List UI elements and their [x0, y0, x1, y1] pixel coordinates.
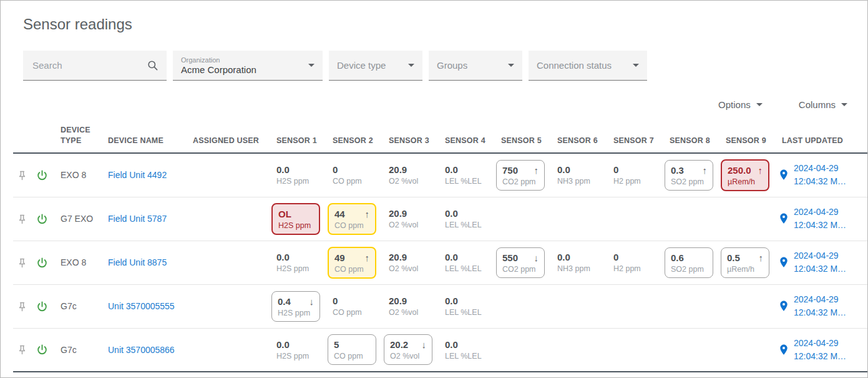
table-header: DEVICE TYPE DEVICE NAME ASSIGNED USER SE…	[13, 125, 867, 154]
device-type: EXO 8	[53, 257, 100, 267]
sensor-cell: 0.6SO2 ppm	[662, 247, 718, 278]
header-sensor-4: SENSOR 4	[437, 136, 494, 146]
last-updated-text: 2024-04-2912:04:32 M…	[794, 337, 846, 363]
sensor-unit: CO ppm	[334, 265, 369, 274]
sensor-unit: H2S ppm	[276, 264, 325, 273]
sensor-value: 0.5	[727, 252, 740, 263]
sensor-cell: 0.0LEL %LEL	[437, 252, 494, 273]
sensor-value: 0.0	[445, 296, 458, 306]
device-name-cell: Field Unit 8875	[100, 257, 185, 268]
connection-status-filter[interactable]: Connection status	[529, 51, 647, 81]
sensor-reading: 0.0LEL %LEL	[437, 296, 494, 317]
power-status-icon	[31, 257, 53, 269]
trend-down-icon: ↓	[310, 296, 315, 307]
search-icon	[147, 59, 158, 71]
location-pin-icon[interactable]	[778, 344, 789, 356]
device-name-link[interactable]: Field Unit 8875	[108, 257, 167, 267]
pin-icon[interactable]	[13, 214, 31, 224]
pin-icon[interactable]	[13, 170, 31, 181]
location-pin-icon[interactable]	[778, 256, 789, 269]
sensor-unit: NH3 ppm	[557, 177, 606, 186]
sensor-cell: 20.9O2 %vol	[381, 164, 437, 186]
sensor-reading: 0.5↑µRem/h	[721, 247, 769, 278]
location-pin-icon[interactable]	[778, 212, 789, 225]
sensor-unit: H2S ppm	[278, 221, 313, 230]
sensor-unit: NH3 ppm	[557, 264, 606, 273]
columns-button[interactable]: Columns	[799, 99, 847, 110]
page-title: Sensor readings	[23, 16, 867, 33]
location-pin-icon[interactable]	[778, 300, 789, 312]
sensor-cell: 20.9O2 %vol	[381, 296, 437, 317]
sensor-reading: 20.2↓O2 %vol	[384, 334, 432, 365]
header-sensor-2: SENSOR 2	[325, 136, 381, 146]
sensor-cell: 0.0LEL %LEL	[437, 296, 494, 317]
sensor-cell: OLH2S ppm	[269, 203, 325, 235]
trend-up-icon: ↑	[703, 165, 708, 176]
sensor-value: 20.9	[389, 252, 407, 262]
sensor-value: 0	[333, 164, 338, 175]
chevron-down-icon	[756, 103, 763, 106]
device-name-link[interactable]: Field Unit 5787	[108, 214, 167, 224]
sensor-unit: O2 %vol	[389, 264, 437, 273]
trend-up-icon: ↑	[759, 252, 764, 263]
power-status-icon	[31, 344, 53, 356]
chevron-down-icon	[408, 64, 414, 67]
device-type-filter[interactable]: Device type	[329, 51, 422, 81]
sensor-unit: CO2 ppm	[502, 177, 539, 186]
sensor-cell: 5CO ppm	[325, 334, 381, 365]
table-row: G7 EXOField Unit 5787OLH2S ppm44↑CO ppm2…	[13, 197, 867, 241]
sensor-unit: H2S ppm	[278, 309, 314, 317]
device-name-link[interactable]: Unit 3570005866	[108, 345, 175, 355]
sensor-unit: SO2 ppm	[671, 265, 707, 274]
sensor-reading: 0.0NH3 ppm	[550, 164, 606, 186]
trend-up-icon: ↑	[758, 165, 763, 176]
organization-filter[interactable]: Organization Acme Corporation	[173, 51, 323, 81]
sensor-reading: 20.9O2 %vol	[381, 208, 437, 229]
power-status-icon	[31, 169, 53, 181]
table-row: EXO 8Field Unit 44920.0H2S ppm0CO ppm20.…	[13, 154, 867, 197]
pin-icon[interactable]	[13, 301, 31, 312]
sensor-value: 20.9	[389, 208, 407, 219]
sensor-reading: 550↓CO2 ppm	[496, 247, 545, 278]
sensor-value: 0.0	[445, 208, 458, 219]
sensor-reading: 0H2 ppm	[606, 252, 662, 273]
device-type-filter-label: Device type	[337, 60, 386, 71]
device-name-link[interactable]: Field Unit 4492	[108, 170, 167, 180]
sensor-value: 0.0	[557, 252, 570, 262]
last-updated-cell: 2024-04-2912:04:32 M…	[774, 206, 867, 232]
sensor-unit: H2 ppm	[613, 177, 662, 186]
table-row: G7cUnit 35700058660.0H2S ppm5CO ppm20.2↓…	[13, 329, 867, 372]
sensor-table: DEVICE TYPE DEVICE NAME ASSIGNED USER SE…	[13, 125, 867, 372]
sensor-unit: CO ppm	[333, 308, 381, 317]
sensor-reading: 0.0LEL %LEL	[437, 208, 494, 229]
device-type: G7c	[53, 301, 100, 311]
pin-icon[interactable]	[13, 344, 31, 355]
groups-filter[interactable]: Groups	[429, 51, 522, 81]
sensor-cell: 0CO ppm	[325, 296, 381, 317]
last-updated-text: 2024-04-2912:04:32 M…	[794, 293, 846, 319]
device-name-link[interactable]: Unit 3570005555	[108, 301, 175, 311]
sensor-value: 0.0	[276, 164, 290, 175]
pin-icon[interactable]	[13, 257, 31, 268]
sensor-cell: 0.0LEL %LEL	[437, 164, 494, 186]
search-box[interactable]	[23, 51, 167, 81]
trend-up-icon: ↑	[534, 165, 539, 176]
sensor-reading: 0.0H2S ppm	[269, 164, 325, 186]
device-type: EXO 8	[53, 170, 100, 180]
sensor-reading: 750↑CO2 ppm	[496, 160, 545, 191]
options-button[interactable]: Options	[718, 99, 763, 110]
organization-filter-label: Organization	[181, 56, 256, 64]
sensor-unit: CO ppm	[333, 177, 381, 186]
sensor-unit: LEL %LEL	[445, 221, 494, 229]
last-updated-text: 2024-04-2912:04:32 M…	[794, 162, 846, 188]
sensor-reading: 0H2 ppm	[606, 164, 662, 186]
search-input[interactable]	[31, 59, 137, 71]
location-pin-icon[interactable]	[778, 169, 789, 181]
filters-bar: Organization Acme Corporation Device typ…	[23, 51, 845, 81]
sensor-cell: 0.0NH3 ppm	[550, 252, 606, 273]
sensor-unit: O2 %vol	[389, 221, 437, 229]
sensor-unit: O2 %vol	[389, 308, 437, 317]
sensor-unit: CO ppm	[334, 352, 370, 361]
sensor-reading: 0.0LEL %LEL	[437, 339, 494, 361]
table-row: G7cUnit 35700055550.4↓H2S ppm0CO ppm20.9…	[13, 285, 867, 329]
